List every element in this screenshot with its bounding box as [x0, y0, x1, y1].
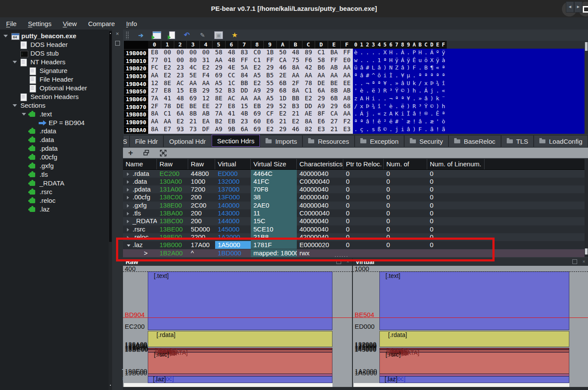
- ansi-char[interactable]: ç: [359, 126, 364, 133]
- hex-byte[interactable]: CA: [328, 110, 341, 117]
- ansi-char[interactable]: .: [382, 95, 388, 102]
- hex-byte[interactable]: AA: [213, 56, 226, 64]
- hex-byte[interactable]: 48: [225, 56, 238, 64]
- cell-virtual-size[interactable]: 38: [251, 193, 297, 201]
- ansi-char[interactable]: Ï: [405, 110, 411, 117]
- ansi-char[interactable]: R: [412, 102, 417, 110]
- hex-byte[interactable]: AA: [341, 72, 354, 79]
- sidebar-item--rdata[interactable]: _RDATA: [0, 179, 109, 188]
- ansi-char[interactable]: ª: [370, 79, 376, 87]
- cell-num-of-linenum-[interactable]: 0: [427, 225, 585, 233]
- hex-byte[interactable]: B5: [264, 72, 277, 79]
- cell-name[interactable]: _RDATA: [123, 217, 157, 225]
- hex-byte[interactable]: AA: [199, 79, 213, 87]
- hex-byte[interactable]: E2: [199, 64, 213, 71]
- hex-byte[interactable]: AA: [148, 72, 161, 79]
- sidebar-item-optional-header[interactable]: Optional Header: [0, 84, 109, 93]
- ansi-char[interactable]: î: [441, 79, 446, 87]
- hex-byte[interactable]: DE: [174, 102, 187, 110]
- cell-ptr-to-reloc-[interactable]: 0: [343, 202, 384, 209]
- table-row-gxfg[interactable]: .gxfg138E002C001400002AE040000040000: [123, 202, 585, 209]
- ansi-char[interactable]: U: [405, 79, 411, 87]
- hex-byte[interactable]: E2: [251, 79, 264, 87]
- hex-scrollbar[interactable]: [585, 41, 588, 134]
- cell-ptr-to-reloc-[interactable]: 0: [343, 225, 384, 233]
- ansi-char[interactable]: ö: [423, 56, 429, 64]
- hex-byte[interactable]: 93: [174, 126, 187, 133]
- tab-scroll-right-icon[interactable]: ▸: [574, 1, 582, 13]
- sidebar-item-dos-stub[interactable]: :DOS stub: [0, 49, 109, 58]
- fit-view-icon[interactable]: [160, 150, 166, 156]
- ansi-char[interactable]: k: [435, 95, 440, 102]
- sidebar-item-nt-headers[interactable]: NT Headers: [0, 58, 109, 66]
- ansi-char[interactable]: »: [417, 95, 423, 102]
- close-icon[interactable]: ×: [114, 30, 121, 37]
- ansi-char[interactable]: ): [435, 102, 440, 110]
- ansi-char[interactable]: ª: [376, 79, 382, 87]
- hex-byte[interactable]: 75: [289, 56, 302, 64]
- hex-byte[interactable]: 89: [302, 49, 315, 56]
- cell-raw-size[interactable]: 200: [188, 193, 215, 201]
- ansi-char[interactable]: ¾: [435, 79, 440, 87]
- table-scrollbar[interactable]: [585, 159, 588, 257]
- hex-byte[interactable]: 29: [213, 64, 226, 71]
- ansi-char[interactable]: ): [382, 64, 388, 71]
- ansi-char[interactable]: ë: [400, 102, 405, 110]
- ansi-char[interactable]: ò: [441, 118, 446, 125]
- hex-byte[interactable]: 1B: [264, 49, 277, 56]
- ansi-char[interactable]: â: [376, 64, 382, 71]
- hex-byte[interactable]: 6A: [238, 126, 251, 133]
- hex-byte[interactable]: 27: [328, 118, 341, 125]
- ansi-char[interactable]: ¶: [429, 64, 435, 71]
- ansi-row[interactable]: ..¬ªª¥.»âUk/xÞ¾î: [353, 79, 585, 87]
- ansi-char[interactable]: k: [412, 79, 417, 87]
- ansi-char[interactable]: !: [417, 110, 423, 117]
- ansi-char[interactable]: i: [400, 126, 405, 133]
- ansi-char[interactable]: ¾: [370, 102, 376, 110]
- sidebar-item--text[interactable]: .text: [0, 110, 109, 119]
- hex-byte[interactable]: 15: [174, 87, 187, 94]
- hex-byte[interactable]: 12: [199, 95, 213, 102]
- cell-raw-addr-[interactable]: 13BE00: [157, 225, 188, 233]
- hex-byte[interactable]: FF: [264, 56, 277, 64]
- hex-byte[interactable]: A9: [213, 126, 226, 133]
- hex-row[interactable]: 8AC16A8BAB7A414B69CFE221AE8FCAAA: [148, 110, 353, 117]
- hex-byte[interactable]: 4E: [225, 64, 238, 71]
- col-header-2[interactable]: Raw size: [188, 159, 215, 169]
- hex-byte[interactable]: 60: [251, 118, 264, 125]
- hex-row[interactable]: 8AE79373DFA99B6A69E2294682E321E3: [148, 126, 353, 133]
- hex-byte[interactable]: AA: [238, 95, 251, 102]
- hex-byte[interactable]: E7: [161, 126, 174, 133]
- ansi-char[interactable]: .: [435, 87, 440, 94]
- ansi-char[interactable]: P: [412, 49, 417, 56]
- ansi-char[interactable]: R: [382, 87, 388, 94]
- cell-characteristics[interactable]: 40000040: [297, 217, 343, 225]
- ansi-char[interactable]: â: [405, 126, 411, 133]
- hex-byte[interactable]: BA: [328, 49, 341, 56]
- cell-virtual-size[interactable]: 70F8: [251, 185, 297, 193]
- cell-virtual-size[interactable]: 2AE0: [251, 202, 297, 209]
- hex-byte[interactable]: EB: [251, 102, 264, 110]
- cell-virtual-addr-[interactable]: 132000: [215, 178, 251, 185]
- ansi-char[interactable]: ª: [441, 64, 446, 71]
- cell-raw-size[interactable]: 200: [188, 217, 215, 225]
- hex-byte[interactable]: 68: [341, 102, 354, 110]
- ansi-char[interactable]: æ: [405, 118, 411, 125]
- cell-num-of-linenum-[interactable]: 0: [427, 209, 585, 217]
- cell-virtual-addr-[interactable]: 140000: [215, 202, 251, 209]
- hex-byte[interactable]: 27: [213, 102, 226, 110]
- col-header-4[interactable]: Virtual Size: [251, 159, 297, 169]
- ansi-char[interactable]: .: [365, 56, 370, 64]
- ansi-char[interactable]: B: [423, 64, 429, 71]
- expander-icon[interactable]: [13, 61, 17, 63]
- hex-byte[interactable]: 46: [289, 126, 302, 133]
- hex-byte[interactable]: 42: [302, 64, 315, 71]
- hex-byte[interactable]: BE: [187, 102, 200, 110]
- cell-virtual-size[interactable]: 15C: [251, 217, 297, 225]
- ansi-char[interactable]: u: [417, 56, 423, 64]
- hex-byte[interactable]: EE: [199, 102, 213, 110]
- hex-byte[interactable]: 7A: [213, 110, 226, 117]
- hex-byte[interactable]: BB: [289, 95, 302, 102]
- sidebar-item--data[interactable]: .data: [0, 136, 109, 144]
- hex-byte[interactable]: AA: [161, 118, 174, 125]
